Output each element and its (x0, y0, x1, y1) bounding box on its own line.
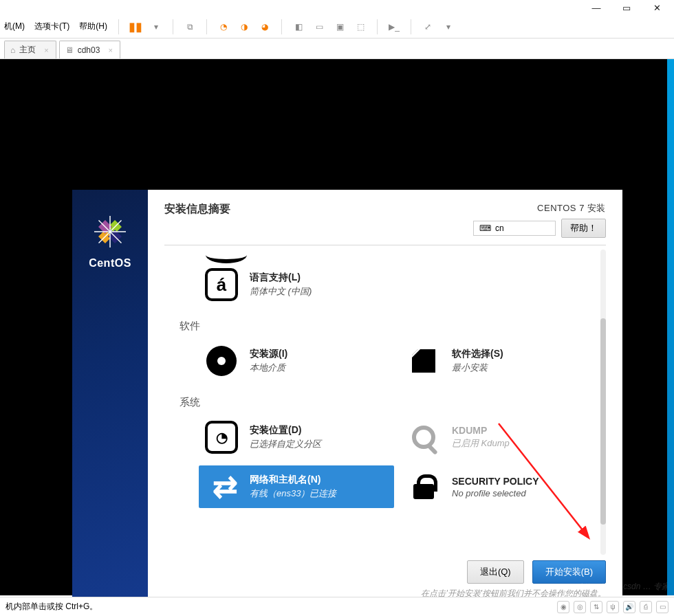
dropdown-icon[interactable]: ▾ (149, 20, 163, 34)
page-title: 安装信息摘要 (164, 202, 230, 217)
disc-icon (204, 344, 239, 378)
hdd-icon: ◔ (204, 420, 239, 454)
tab-home-label: 主页 (19, 44, 36, 56)
tab-vm[interactable]: 🖥 cdh03 × (59, 41, 120, 58)
quit-button[interactable]: 退出(Q) (467, 560, 524, 584)
watermark: https://blog.csdn … 专家 (580, 581, 670, 593)
spoke-sub: 最小安装 (452, 362, 503, 374)
spoke-security-policy[interactable]: SECURITY POLICY No profile selected (401, 465, 596, 508)
keyboard-indicator[interactable]: ⌨ cn (473, 221, 556, 236)
spoke-title: SECURITY POLICY (452, 476, 539, 487)
spoke-title: 网络和主机名(N) (250, 474, 336, 486)
menu-help[interactable]: 帮助(H) (78, 19, 109, 34)
toolbar-separator (281, 19, 282, 34)
snapshot-manage-icon[interactable]: ◕ (258, 20, 272, 34)
installer-footer: 退出(Q) 开始安装(B) (164, 560, 606, 584)
device-cd-icon[interactable]: ◎ (574, 601, 586, 613)
vm-icon: 🖥 (65, 45, 74, 55)
device-hdd-icon[interactable]: ◉ (557, 601, 569, 613)
spoke-title: 语言支持(L) (250, 272, 312, 284)
spoke-kdump[interactable]: KDUMP 已启用 Kdump (401, 416, 596, 459)
status-tray: ◉ ◎ ⇅ ψ 🔊 ⎙ ▭ (557, 601, 668, 613)
device-display-icon[interactable]: ▭ (656, 601, 668, 613)
header-divider (164, 245, 606, 245)
spoke-title: 安装位置(D) (250, 424, 321, 437)
statusbar: 机内部单击或按 Ctrl+G。 ◉ ◎ ⇅ ψ 🔊 ⎙ ▭ (0, 597, 674, 616)
menu-machine[interactable]: 机(M) (3, 19, 26, 34)
summary-scroll: á 语言支持(L) 简体中文 (中国) 软件 安装源(I) 本地介质 (164, 250, 606, 555)
package-icon (406, 344, 441, 378)
status-text: 机内部单击或按 Ctrl+G。 (6, 601, 98, 613)
centos-logo-icon (93, 214, 127, 249)
installer-header: 安装信息摘要 CENTOS 7 安装 ⌨ cn 帮助！ (164, 202, 606, 238)
close-button[interactable]: ✕ (642, 1, 671, 14)
distro-label: CENTOS 7 安装 (473, 202, 606, 214)
view-split-icon[interactable]: ◧ (292, 20, 305, 34)
snapshot-take-icon[interactable]: ◔ (217, 20, 230, 34)
minimize-button[interactable]: — (582, 1, 611, 14)
snapshot-revert-icon[interactable]: ◑ (237, 20, 251, 34)
keyboard-value: cn (495, 223, 504, 233)
menu-tabs[interactable]: 选项卡(T) (33, 19, 71, 34)
toolbar-separator (206, 19, 207, 34)
spoke-sub: 已启用 Kdump (452, 437, 510, 450)
tabbar: ⌂ 主页 × 🖥 cdh03 × (0, 38, 674, 59)
maximize-button[interactable]: ▭ (612, 1, 641, 14)
search-icon (406, 420, 441, 454)
view-single-icon[interactable]: ▭ (312, 20, 326, 34)
view-fit-icon[interactable]: ▣ (333, 20, 347, 34)
view-unity-icon[interactable]: ⬚ (354, 20, 367, 34)
console-icon[interactable]: ▶_ (387, 20, 401, 34)
spoke-software-selection[interactable]: 软件选择(S) 最小安装 (401, 340, 596, 382)
tab-home[interactable]: ⌂ 主页 × (4, 41, 56, 58)
spoke-installation-destination[interactable]: ◔ 安装位置(D) 已选择自定义分区 (199, 416, 394, 459)
spoke-language[interactable]: á 语言支持(L) 简体中文 (中国) (199, 263, 596, 306)
keyboard-icon: ⌨ (479, 223, 491, 233)
anaconda-installer: CentOS 安装信息摘要 CENTOS 7 安装 ⌨ cn 帮助！ (72, 190, 622, 609)
toolbar-separator (411, 19, 411, 34)
spoke-sub: 本地介质 (250, 362, 287, 374)
send-icon[interactable]: ⧉ (183, 20, 197, 34)
brand-label: CentOS (89, 257, 131, 270)
spoke-sub: No profile selected (452, 488, 539, 498)
installer-sidebar: CentOS (72, 190, 148, 609)
menubar: 机(M) 选项卡(T) 帮助(H) ▮▮ ▾ ⧉ ◔ ◑ ◕ ◧ ▭ ▣ ⬚ ▶… (0, 15, 674, 38)
lock-icon (406, 470, 441, 504)
category-software: 软件 (180, 320, 596, 333)
device-sound-icon[interactable]: 🔊 (623, 601, 635, 613)
toolbar-separator (118, 19, 119, 34)
spoke-title: 安装源(I) (250, 348, 287, 360)
spoke-installation-source[interactable]: 安装源(I) 本地介质 (199, 340, 394, 382)
pause-icon[interactable]: ▮▮ (129, 20, 142, 34)
device-net-icon[interactable]: ⇅ (590, 601, 602, 613)
help-button[interactable]: 帮助！ (561, 219, 606, 238)
close-icon[interactable]: × (108, 46, 112, 54)
fullscreen-icon[interactable]: ⤢ (421, 20, 435, 34)
spoke-title: KDUMP (452, 425, 510, 436)
dropdown-icon[interactable]: ▾ (442, 20, 455, 34)
tab-vm-label: cdh03 (78, 45, 100, 55)
toolbar-separator (377, 19, 378, 34)
spoke-title: 软件选择(S) (452, 348, 503, 360)
spoke-sub: 简体中文 (中国) (250, 285, 312, 298)
category-system: 系统 (180, 396, 596, 409)
device-usb-icon[interactable]: ψ (607, 601, 619, 613)
home-icon: ⌂ (10, 45, 15, 55)
spoke-network[interactable]: ⇄ 网络和主机名(N) 有线（ens33）已连接 (199, 465, 394, 508)
network-icon: ⇄ (204, 470, 239, 504)
close-icon[interactable]: × (44, 46, 48, 54)
begin-install-button[interactable]: 开始安装(B) (532, 560, 606, 584)
spoke-sub: 有线（ens33）已连接 (250, 487, 336, 500)
vm-viewport[interactable]: CentOS 安装信息摘要 CENTOS 7 安装 ⌨ cn 帮助！ (0, 59, 674, 595)
spoke-sub: 已选择自定义分区 (250, 438, 321, 450)
language-icon: á (204, 267, 239, 302)
desktop-edge (667, 59, 674, 595)
installer-main: 安装信息摘要 CENTOS 7 安装 ⌨ cn 帮助！ (148, 190, 622, 609)
toolbar-separator (173, 19, 173, 34)
scrollbar-thumb[interactable] (600, 318, 606, 525)
window-titlebar: — ▭ ✕ (0, 0, 674, 15)
localization-icon-partial (206, 250, 247, 263)
device-printer-icon[interactable]: ⎙ (640, 601, 652, 613)
